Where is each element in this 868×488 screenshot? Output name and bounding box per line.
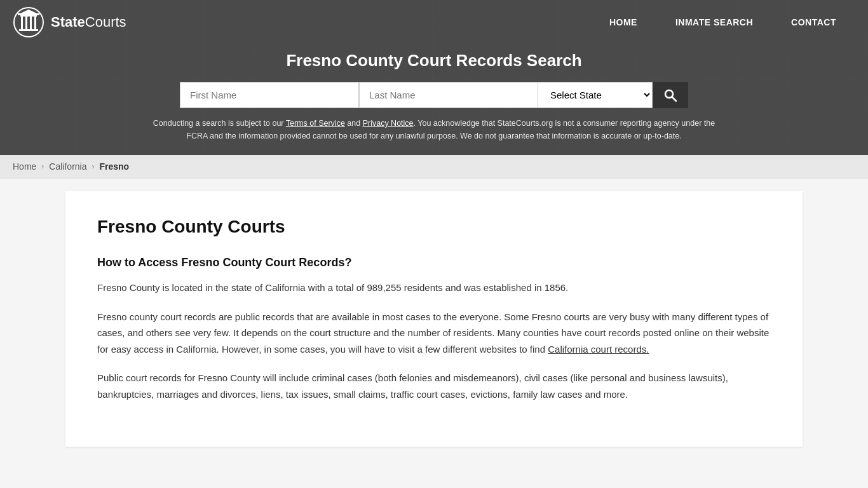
- svg-rect-1: [19, 29, 38, 31]
- section1-heading: How to Access Fresno County Court Record…: [97, 256, 771, 269]
- main-content: Fresno County Courts How to Access Fresn…: [0, 179, 868, 459]
- nav-home[interactable]: HOME: [590, 1, 656, 43]
- state-select[interactable]: Select State AlabamaAlaskaArizonaArkansa…: [538, 82, 653, 108]
- paragraph-2: Fresno county court records are public r…: [97, 309, 771, 358]
- paragraph-3: Public court records for Fresno County w…: [97, 370, 771, 402]
- county-heading: Fresno County Courts: [97, 217, 771, 237]
- navigation: StateCourts HOME INMATE SEARCH CONTACT: [0, 0, 868, 44]
- svg-rect-3: [18, 13, 39, 15]
- first-name-input[interactable]: [180, 82, 359, 108]
- logo-text: StateCourts: [51, 14, 126, 30]
- header-content: StateCourts HOME INMATE SEARCH CONTACT F…: [0, 0, 868, 155]
- nav-contact[interactable]: CONTACT: [772, 1, 855, 43]
- breadcrumb-state[interactable]: California: [49, 161, 86, 172]
- breadcrumb-separator-1: ›: [41, 162, 44, 171]
- paragraph-1: Fresno County is located in the state of…: [97, 280, 771, 296]
- page-title: Fresno County Court Records Search: [13, 51, 855, 71]
- svg-rect-5: [25, 17, 27, 29]
- search-bar: Select State AlabamaAlaskaArizonaArkansa…: [180, 82, 688, 108]
- breadcrumb-separator-2: ›: [92, 162, 95, 171]
- breadcrumb-county: Fresno: [100, 161, 130, 172]
- logo-link[interactable]: StateCourts: [13, 6, 126, 38]
- paragraph-2-text: Fresno county court records are public r…: [97, 311, 769, 355]
- nav-links: HOME INMATE SEARCH CONTACT: [590, 1, 855, 43]
- nav-inmate-search[interactable]: INMATE SEARCH: [656, 1, 772, 43]
- svg-rect-6: [30, 17, 32, 29]
- breadcrumb: Home › California › Fresno: [0, 155, 868, 179]
- site-header: StateCourts HOME INMATE SEARCH CONTACT F…: [0, 0, 868, 155]
- search-icon: [664, 89, 677, 102]
- last-name-input[interactable]: [359, 82, 538, 108]
- breadcrumb-home[interactable]: Home: [13, 161, 36, 172]
- search-button[interactable]: [653, 82, 688, 108]
- ca-records-link[interactable]: California court records.: [548, 344, 649, 355]
- privacy-link[interactable]: Privacy Notice: [363, 119, 414, 128]
- disclaimer-text: Conducting a search is subject to our Te…: [148, 117, 720, 142]
- logo-icon: [13, 6, 44, 38]
- tos-link[interactable]: Terms of Service: [286, 119, 345, 128]
- svg-rect-4: [21, 17, 23, 29]
- svg-line-9: [672, 97, 676, 101]
- svg-rect-7: [34, 17, 36, 29]
- search-section: Fresno County Court Records Search Selec…: [0, 44, 868, 155]
- content-card: Fresno County Courts How to Access Fresn…: [65, 191, 803, 447]
- svg-rect-2: [20, 15, 37, 17]
